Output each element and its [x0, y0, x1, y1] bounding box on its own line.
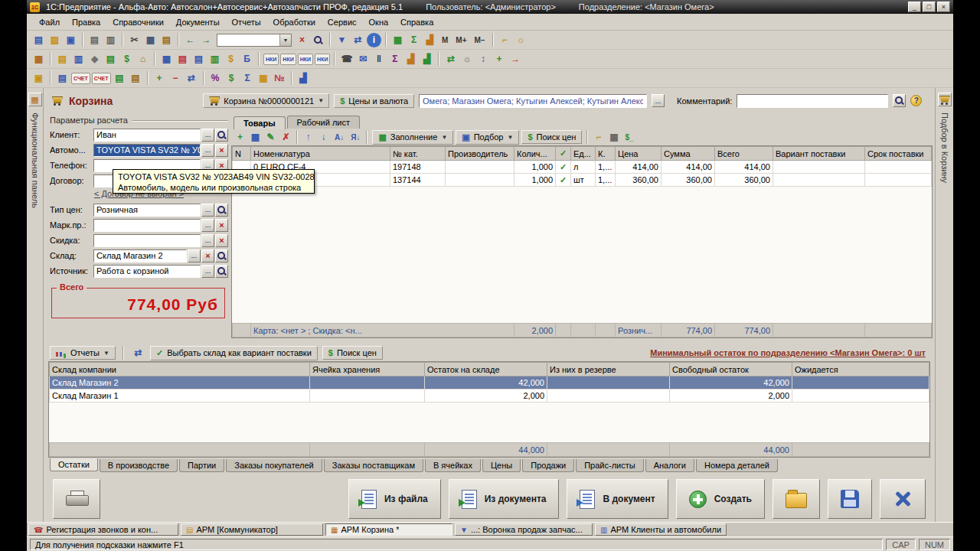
close-form-button[interactable] [880, 479, 926, 519]
calc-memory-plus-icon[interactable]: M+ [452, 33, 469, 47]
price-types-icon[interactable]: $ [119, 52, 134, 67]
goods-table-row[interactable]: М 1L Масло м...1371441,000✓шт1,...360,00… [233, 174, 932, 187]
stock-column-header-4[interactable]: Свободный остаток [670, 363, 792, 377]
taskbar-item-3[interactable]: ▼...: Воронка продаж запчас... [455, 523, 593, 536]
stock-cell-stock[interactable]: 42,000 [425, 377, 547, 390]
stock-tab-4[interactable]: Заказы поставщикам [324, 459, 423, 472]
warehouse-input[interactable]: Склад Магазин 2 [93, 249, 187, 262]
goods-cell-sum[interactable]: 360,00 [662, 174, 715, 187]
save-icon[interactable]: ▣ [64, 33, 78, 47]
stock-report-icon[interactable]: ▟ [420, 52, 434, 67]
key-icon[interactable]: ⌐ [591, 130, 606, 145]
warehouse-clear-button[interactable]: × [201, 249, 214, 262]
print-icon[interactable]: ▤ [87, 33, 102, 47]
chevron-down-icon[interactable]: ▼ [279, 34, 291, 46]
goods-column-header-3[interactable]: Производитель [446, 147, 514, 161]
goods-tab-0[interactable]: Товары [234, 116, 286, 129]
price-line-icon[interactable]: $_ [622, 130, 636, 145]
stock-column-header-3[interactable]: Из них в резерве [547, 363, 670, 377]
calls-icon[interactable]: ☎ [339, 52, 354, 67]
basket-pick-icon[interactable] [938, 93, 952, 106]
pick-menu-button[interactable]: ▣ Подбор ▼ [456, 130, 519, 145]
goods-cell-k[interactable]: 1,... [596, 161, 616, 174]
goods-column-header-8[interactable]: Цена [616, 147, 662, 161]
analysis-icon[interactable]: ▟ [296, 71, 311, 86]
stock-tab-10[interactable]: Номера деталей [696, 459, 778, 472]
goods-cell-manufacturer[interactable] [446, 174, 514, 187]
menu-item-3[interactable]: Документы [170, 15, 226, 29]
auto-clear-button[interactable]: × [215, 144, 228, 157]
fill-menu-button[interactable]: ▦ Заполнение ▼ [372, 130, 453, 145]
stock-cell-expected[interactable] [792, 377, 929, 390]
stock-cell-cell[interactable] [310, 377, 425, 390]
copy-icon[interactable]: ▦ [143, 33, 158, 47]
agreements-icon[interactable]: ▤ [103, 52, 118, 67]
goods-cell-term[interactable] [865, 161, 932, 174]
move-down-icon[interactable]: ↓ [316, 130, 331, 145]
source-search-button[interactable] [215, 265, 228, 278]
money-box-icon[interactable]: ▣ [31, 71, 46, 86]
exit-icon[interactable]: → [508, 52, 522, 67]
goods-table-row[interactable]: 0 EURO CF-4 ...1971481,000✓л1,...414,004… [233, 161, 932, 174]
reports-menu-button[interactable]: Отчеты ▼ [50, 346, 116, 360]
goods-column-header-5[interactable]: ✓ [556, 147, 571, 161]
arm-orders-icon[interactable]: НКИ [298, 54, 313, 65]
key-icon[interactable]: ⌐ [498, 33, 512, 47]
goods-cell-k[interactable]: 1,... [596, 174, 616, 187]
goods-cell-term[interactable] [865, 174, 932, 187]
discount-ellipsis-button[interactable]: ... [201, 234, 214, 247]
doc-number-selector[interactable]: Корзина №0000000121 ▼ [203, 93, 329, 108]
goods-column-header-7[interactable]: К. [596, 147, 616, 161]
goods-column-header-11[interactable]: Вариант поставки [773, 147, 865, 161]
functional-panel-icon[interactable]: ▦ [31, 52, 46, 67]
add-row-icon[interactable]: + [233, 130, 247, 145]
menu-item-1[interactable]: Правка [66, 15, 106, 29]
day-report-icon[interactable]: Σ [240, 71, 255, 86]
functional-panel-strip[interactable]: ▦ Функциональная панель [27, 88, 44, 522]
goods-column-header-9[interactable]: Сумма [662, 147, 715, 161]
stock-tab-5[interactable]: В ячейках [425, 459, 481, 472]
stock-cell-stock[interactable]: 2,000 [425, 390, 547, 403]
bank-icon[interactable]: Б [240, 52, 254, 67]
stock-tab-8[interactable]: Прайс-листы [576, 459, 643, 472]
goods-column-header-1[interactable]: Номенклатура [251, 147, 390, 161]
arm-basket-icon[interactable]: НКИ [315, 54, 330, 65]
help-icon[interactable]: ? [910, 95, 922, 106]
goods-column-header-2[interactable]: № кат. [390, 147, 446, 161]
cash-icon[interactable]: $ [224, 52, 238, 67]
discount-clear-button[interactable]: × [215, 234, 228, 247]
org-ellipsis-button[interactable]: ... [652, 94, 665, 107]
arm-nomenclature-icon[interactable]: НКИ [263, 54, 279, 65]
clear-search-icon[interactable]: × [295, 33, 309, 47]
client-search-button[interactable] [215, 129, 228, 142]
comment-search-button[interactable] [893, 94, 906, 107]
waybill-icon[interactable]: ▤ [129, 71, 143, 86]
info-icon[interactable]: i [367, 33, 381, 47]
goods-cell-variant[interactable] [773, 174, 865, 187]
goods-cell-variant[interactable] [773, 161, 865, 174]
add-icon[interactable]: + [492, 52, 506, 67]
quick-search-combobox[interactable]: ▼ [217, 34, 292, 47]
refresh-icon[interactable]: ⇄ [131, 346, 145, 360]
history-icon[interactable]: ⇄ [351, 33, 365, 47]
writeoff-doc-icon[interactable]: − [168, 71, 183, 86]
goods-cell-check[interactable]: ✓ [556, 161, 571, 174]
table-icon[interactable]: ▦ [390, 33, 405, 47]
sales-report-icon[interactable]: ▟ [403, 52, 418, 67]
client-ellipsis-button[interactable]: ... [201, 129, 214, 142]
stock-column-header-1[interactable]: Ячейка хранения [310, 363, 425, 377]
menu-item-6[interactable]: Сервис [322, 15, 363, 29]
stock-price-search-button[interactable]: $ Поиск цен [322, 346, 383, 360]
customer-order-icon[interactable]: ▤ [55, 71, 70, 86]
cut-icon[interactable]: ✂ [127, 33, 142, 47]
transfer-doc-icon[interactable]: ⇄ [185, 71, 199, 86]
redo-icon[interactable]: → [199, 33, 214, 47]
nomenclature-catalog-icon[interactable]: ▤ [55, 52, 70, 67]
basket-pick-strip[interactable]: Подбор в Корзину [935, 88, 953, 522]
open-document-icon[interactable]: ▨ [47, 33, 62, 47]
goods-column-header-4[interactable]: Колич... [514, 147, 556, 161]
goods-cell-qty[interactable]: 1,000 [514, 161, 556, 174]
edit-row-icon[interactable]: ✎ [263, 130, 278, 145]
update-icon[interactable]: ↕ [475, 52, 490, 67]
goods-cell-unit[interactable]: шт [571, 174, 596, 187]
